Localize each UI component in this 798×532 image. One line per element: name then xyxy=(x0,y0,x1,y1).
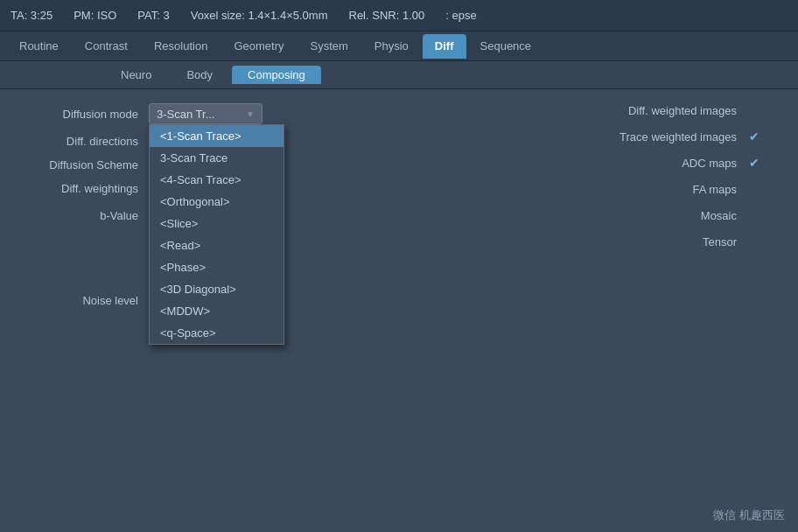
suffix-value: : epse xyxy=(445,9,476,22)
right-panel-row: FA maps xyxy=(385,182,780,196)
sub-tab-body[interactable]: Body xyxy=(171,66,228,84)
left-panel: Diffusion mode 3-Scan Tr... ▼ <1-Scan Tr… xyxy=(0,89,368,532)
dropdown-item[interactable]: 3-Scan Trace xyxy=(150,147,284,169)
main-tab-physio[interactable]: Physio xyxy=(362,34,421,59)
right-panel-checkbox[interactable] xyxy=(746,234,763,248)
dropdown-item[interactable]: <Slice> xyxy=(150,213,284,234)
main-tab-sequence[interactable]: Sequence xyxy=(468,34,544,59)
right-panel-label: Tensor xyxy=(703,235,737,248)
main-tab-diff[interactable]: Diff xyxy=(423,34,466,59)
diffusion-mode-label: Diffusion mode xyxy=(18,108,149,121)
right-panel-row: Mosaic xyxy=(385,208,780,222)
dropdown-item[interactable]: <Read> xyxy=(150,234,284,256)
right-panel-row: Tensor xyxy=(385,234,780,248)
right-panel-label: ADC maps xyxy=(682,157,737,170)
diff-weightings-label: Diff. weightings xyxy=(18,182,149,195)
status-bar: TA: 3:25 PM: ISO PAT: 3 Voxel size: 1.4×… xyxy=(0,0,798,32)
dropdown-item[interactable]: <Orthogonal> xyxy=(150,191,284,213)
diffusion-mode-control: 3-Scan Tr... ▼ <1-Scan Trace>3-Scan Trac… xyxy=(149,103,262,124)
main-tab-routine[interactable]: Routine xyxy=(7,34,71,59)
voxel-value: Voxel size: 1.4×1.4×5.0mm xyxy=(191,9,328,22)
dropdown-item[interactable]: <4-Scan Trace> xyxy=(150,169,284,191)
right-panel-label: FA maps xyxy=(692,183,737,196)
main-tabs: RoutineContrastResolutionGeometrySystemP… xyxy=(0,32,798,61)
dropdown-item[interactable]: <3D Diagonal> xyxy=(150,278,284,300)
main-tab-resolution[interactable]: Resolution xyxy=(142,34,220,59)
right-panel-checkbox[interactable] xyxy=(746,103,763,117)
diff-directions-label: Diff. directions xyxy=(18,135,149,148)
main-tab-contrast[interactable]: Contrast xyxy=(73,34,140,59)
dropdown-item[interactable]: <MDDW> xyxy=(150,300,284,322)
right-panel-label: Mosaic xyxy=(701,209,737,222)
diff-scheme-label: Diffusion Scheme xyxy=(18,158,149,172)
content-area: Diffusion mode 3-Scan Tr... ▼ <1-Scan Tr… xyxy=(0,89,798,532)
right-panel-checkbox[interactable] xyxy=(746,182,763,196)
right-panel-label: Trace weighted images xyxy=(620,130,737,144)
main-tab-geometry[interactable]: Geometry xyxy=(221,34,296,59)
right-panel-checkbox[interactable]: ✔ xyxy=(746,156,763,170)
pat-value: PAT: 3 xyxy=(137,9,169,22)
dropdown-menu: <1-Scan Trace>3-Scan Trace<4-Scan Trace>… xyxy=(149,124,284,345)
ta-value: TA: 3:25 xyxy=(10,9,52,22)
right-panel: Diff. weighted imagesTrace weighted imag… xyxy=(368,89,798,532)
dropdown-item[interactable]: <1-Scan Trace> xyxy=(150,125,284,147)
sub-tabs: NeuroBodyComposing xyxy=(0,61,798,89)
dropdown-item[interactable]: <Phase> xyxy=(150,256,284,278)
diffusion-mode-row: Diffusion mode 3-Scan Tr... ▼ <1-Scan Tr… xyxy=(18,103,350,124)
dropdown-selected-text: 3-Scan Tr... xyxy=(157,108,214,121)
pm-value: PM: ISO xyxy=(74,9,116,22)
right-panel-checkbox[interactable] xyxy=(746,208,763,222)
snr-value: Rel. SNR: 1.00 xyxy=(349,9,425,22)
diffusion-mode-dropdown[interactable]: 3-Scan Tr... ▼ <1-Scan Trace>3-Scan Trac… xyxy=(149,103,262,124)
sub-tab-composing[interactable]: Composing xyxy=(232,66,321,84)
right-panel-row: Diff. weighted images xyxy=(385,103,780,117)
sub-tab-neuro[interactable]: Neuro xyxy=(105,66,167,84)
right-panel-row: ADC maps✔ xyxy=(385,156,780,170)
watermark: 微信 机趣西医 xyxy=(713,508,785,523)
right-panel-row: Trace weighted images✔ xyxy=(385,130,780,144)
dropdown-display[interactable]: 3-Scan Tr... ▼ xyxy=(149,103,262,124)
noise-level-label: Noise level xyxy=(18,294,149,307)
dropdown-item[interactable]: <q-Space> xyxy=(150,322,284,344)
bvalue-label: b-Value xyxy=(18,209,149,222)
right-panel-label: Diff. weighted images xyxy=(628,104,737,117)
main-tab-system[interactable]: System xyxy=(298,34,360,59)
dropdown-arrow-icon: ▼ xyxy=(246,109,255,119)
right-panel-checkbox[interactable]: ✔ xyxy=(746,130,763,144)
